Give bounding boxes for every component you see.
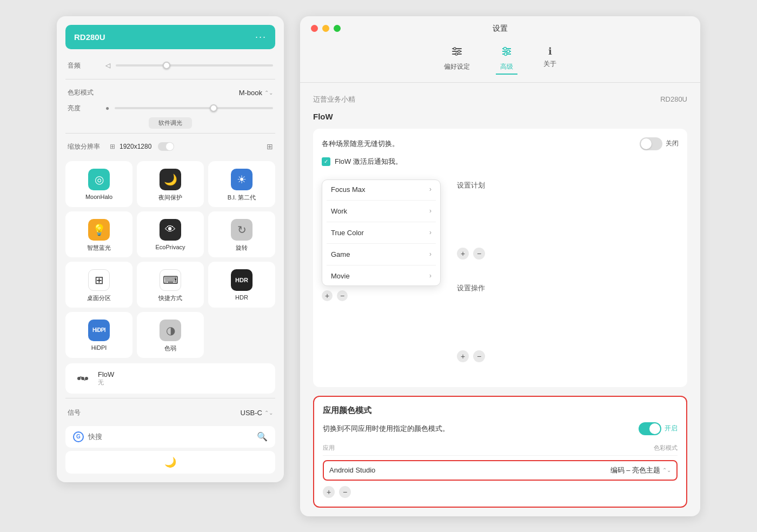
flow-toggle-group: 关闭 [640, 137, 679, 150]
plan-footer: + − [457, 248, 671, 260]
feature-desktop-partition[interactable]: ⊞ 桌面分区 [65, 262, 132, 308]
menu-item-work-label: Work [331, 207, 347, 215]
plan-remove-button[interactable]: − [473, 248, 485, 260]
close-button[interactable] [311, 25, 318, 32]
advanced-icon [501, 45, 513, 60]
quick-search-row[interactable]: G 快搜 🔍 [65, 426, 275, 448]
resolution-toggle-knob [166, 143, 174, 150]
window-titlebar: 设置 [300, 16, 700, 41]
app-mode-selector[interactable]: 编码 – 亮色主题 ⌃⌄ [610, 466, 671, 475]
color-app-actions: + − [323, 486, 678, 498]
feature-shortcuts[interactable]: ⌨ 快捷方式 [137, 262, 204, 308]
flow-toggle-knob [641, 138, 652, 149]
menu-item-work[interactable]: Work › [322, 202, 440, 221]
flow-notify-checkbox[interactable]: ✓ [322, 157, 330, 166]
hdr-icon: HDR [231, 269, 253, 291]
resolution-toggle[interactable] [158, 142, 174, 151]
feature-moonhalo[interactable]: ◎ MoonHalo [65, 161, 132, 207]
plans-column: 设置计划 + − 设置操作 + [449, 173, 679, 378]
night-mode-button[interactable]: 🌙 [65, 451, 275, 474]
brightness-slider[interactable] [115, 107, 273, 109]
svg-point-8 [455, 53, 457, 55]
flow-toggle[interactable] [640, 137, 662, 150]
tab-preferences[interactable]: 偏好设定 [440, 43, 474, 75]
ecoprivacy-label: EcoPrivacy [155, 244, 185, 250]
color-mode-selector[interactable]: M-book ⌃⌄ [239, 89, 273, 97]
operation-add-button[interactable]: + [457, 350, 469, 362]
moonhalo-label: MoonHalo [85, 194, 112, 200]
feature-ecoprivacy[interactable]: 👁 EcoPrivacy [137, 211, 204, 257]
resolution-icon: ⊞ [110, 143, 115, 150]
color-app-toggle-state: 开启 [665, 424, 678, 433]
menu-item-focus-max[interactable]: Focus Max › [322, 180, 440, 199]
flow-menu-add-button[interactable]: + [322, 290, 333, 301]
search-left: G 快搜 [73, 431, 102, 442]
hidpi-label: HiDPI [91, 344, 107, 351]
rotate-label: 旋转 [236, 244, 248, 252]
bi2-label: B.I. 第二代 [228, 194, 256, 202]
svg-point-13 [507, 50, 510, 52]
flow-notify-row: ✓ FloW 激活后通知我。 [322, 157, 679, 167]
resolution-expand-icon[interactable]: ⊞ [267, 142, 273, 151]
device-menu-button[interactable]: ··· [255, 31, 267, 43]
flow-main-row: Focus Max › Work › True Color [322, 173, 679, 378]
settings-content: 迈普业务小精 RD280U FloW 各种场景随意无缝切换。 关闭 [300, 83, 700, 516]
flow-title: FloW [98, 370, 114, 378]
flow-section[interactable]: FloW 无 [65, 363, 275, 394]
resolution-label: 缩放分辨率 [68, 142, 105, 151]
svg-point-7 [458, 50, 460, 52]
about-tab-label: 关于 [543, 59, 556, 69]
app-table-row[interactable]: Android Studio 编码 – 亮色主题 ⌃⌄ [323, 460, 678, 481]
flow-menu-remove-button[interactable]: − [337, 290, 348, 301]
volume-icon: ◁ [105, 62, 110, 69]
feature-bi2[interactable]: ☀ B.I. 第二代 [208, 161, 275, 207]
preferences-tab-label: 偏好设定 [444, 62, 470, 71]
menu-item-game-label: Game [331, 250, 350, 258]
menu-item-game-arrow-icon: › [429, 250, 431, 258]
tab-about[interactable]: ℹ 关于 [539, 43, 561, 75]
shortcuts-icon: ⌨ [160, 269, 181, 291]
feature-hdr[interactable]: HDR HDR [208, 262, 275, 308]
signal-label: 信号 [68, 408, 81, 417]
soft-adjust-button[interactable]: 软件调光 [149, 117, 192, 129]
color-app-add-button[interactable]: + [323, 486, 335, 498]
menu-divider-3 [327, 243, 436, 244]
features-grid: ◎ MoonHalo 🌙 夜间保护 ☀ B.I. 第二代 💡 智慧蓝光 👁 Ec… [65, 161, 275, 358]
hidpi-icon: HiDPI [88, 320, 110, 341]
menu-item-movie[interactable]: Movie › [322, 267, 440, 285]
hdr-label: HDR [235, 294, 248, 301]
audio-row: 音频 ◁ [65, 57, 275, 75]
maximize-button[interactable] [334, 25, 341, 32]
feature-night-protection[interactable]: 🌙 夜间保护 [137, 161, 204, 207]
feature-rotate[interactable]: ↻ 旋转 [208, 211, 275, 257]
menu-item-truecolor[interactable]: True Color › [322, 223, 440, 242]
feature-color-weak[interactable]: ◑ 色弱 [137, 312, 204, 358]
brightness-slider-thumb [210, 104, 217, 112]
divider-1 [65, 79, 275, 79]
menu-item-game[interactable]: Game › [322, 245, 440, 264]
brightness-low-icon: ● [105, 104, 109, 112]
ecoprivacy-icon: 👁 [160, 219, 181, 241]
operation-remove-button[interactable]: − [473, 350, 485, 362]
brightness-label: 亮度 [68, 104, 100, 113]
mode-col-header: 色彩模式 [654, 444, 678, 452]
tab-advanced[interactable]: 高级 [496, 43, 517, 75]
feature-hidpi[interactable]: HiDPI HiDPI [65, 312, 132, 358]
plan-add-button[interactable]: + [457, 248, 469, 260]
operation-section-title: 设置操作 [457, 283, 671, 293]
quick-search-label: 快搜 [88, 432, 102, 442]
audio-slider[interactable] [116, 64, 273, 66]
color-app-remove-button[interactable]: − [339, 486, 351, 498]
advanced-tab-label: 高级 [500, 62, 513, 71]
smart-blue-label: 智慧蓝光 [87, 244, 111, 252]
signal-row: 信号 USB-C ⌃⌄ [65, 403, 275, 423]
feature-smart-blue[interactable]: 💡 智慧蓝光 [65, 211, 132, 257]
search-icon[interactable]: 🔍 [257, 431, 268, 442]
signal-selector[interactable]: USB-C ⌃⌄ [241, 409, 273, 417]
night-mode-icon: 🌙 [164, 456, 176, 468]
color-app-section: 应用颜色模式 切换到不同应用时使用指定的颜色模式。 开启 应用 色彩模式 [313, 396, 687, 508]
color-app-toggle[interactable] [639, 422, 661, 435]
menu-divider-4 [327, 265, 436, 265]
breadcrumb-row: 迈普业务小精 RD280U [313, 91, 687, 112]
minimize-button[interactable] [322, 25, 329, 32]
